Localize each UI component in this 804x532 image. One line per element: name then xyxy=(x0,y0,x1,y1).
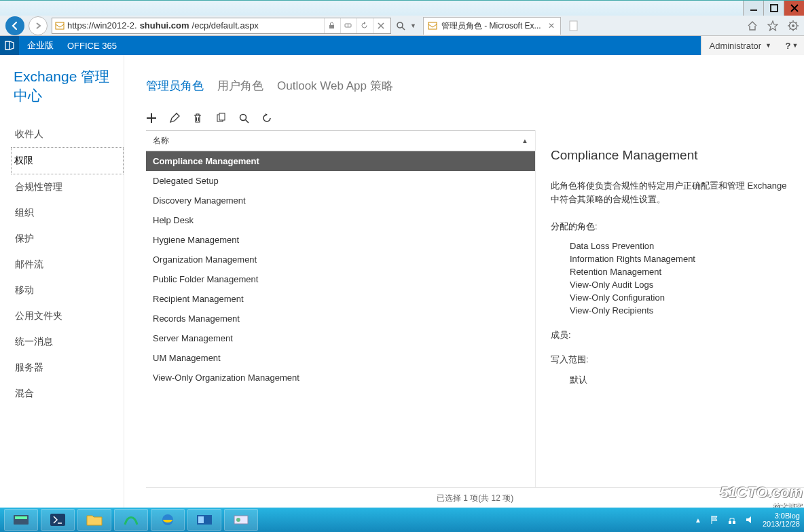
assigned-role-item: Data Loss Prevention xyxy=(551,240,792,252)
sidebar-item-9[interactable]: 服务器 xyxy=(14,355,124,381)
o365-app-launcher[interactable] xyxy=(0,36,19,55)
compat-view-icon[interactable] xyxy=(340,18,355,33)
grid-header[interactable]: 名称 ▲ xyxy=(146,131,535,151)
tools-icon[interactable] xyxy=(788,20,799,31)
svg-rect-18 xyxy=(198,516,204,523)
browser-address-bar[interactable]: https://win2012-2.shuhui.com/ecp/default… xyxy=(52,18,391,34)
o365-user-menu[interactable]: Administrator ▼ xyxy=(701,36,780,55)
sidebar-item-10[interactable]: 混合 xyxy=(14,381,124,406)
sidebar-item-2[interactable]: 合规性管理 xyxy=(14,174,124,200)
search-icon[interactable] xyxy=(238,113,249,124)
role-row[interactable]: Discovery Management xyxy=(146,191,535,210)
search-dropdown-icon[interactable]: ▼ xyxy=(410,22,416,29)
stop-icon[interactable] xyxy=(373,18,388,33)
scope-value: 默认 xyxy=(551,373,792,387)
browser-forward-button[interactable] xyxy=(29,16,48,35)
taskbar-app-4[interactable] xyxy=(114,509,148,531)
taskbar-server-manager[interactable] xyxy=(4,509,38,531)
refresh-icon[interactable] xyxy=(357,18,371,33)
eac-main: 管理员角色用户角色Outlook Web App 策略 名称 ▲ Complia… xyxy=(124,55,804,508)
windows-taskbar: ▲ 3:0Blog 2013/12/28 xyxy=(0,508,804,532)
svg-rect-21 xyxy=(729,521,731,524)
tab-0[interactable]: 管理员角色 xyxy=(146,78,204,94)
tray-network-icon[interactable] xyxy=(727,515,737,525)
svg-rect-14 xyxy=(15,516,27,519)
role-row[interactable]: Public Folder Management xyxy=(146,269,535,289)
sidebar-item-4[interactable]: 保护 xyxy=(14,226,124,252)
window-close-button[interactable] xyxy=(784,1,804,16)
role-row[interactable]: Compliance Management xyxy=(146,151,535,171)
o365-top-bar: 企业版 OFFICE 365 Administrator ▼ ? ▼ xyxy=(0,36,804,55)
assigned-role-item: Information Rights Management xyxy=(551,252,792,265)
ssl-lock-icon[interactable] xyxy=(324,18,339,33)
add-icon[interactable] xyxy=(146,113,157,124)
url-domain: shuhui.com xyxy=(140,20,189,31)
edit-icon[interactable] xyxy=(169,113,180,124)
role-row[interactable]: Delegated Setup xyxy=(146,171,535,191)
o365-help-button[interactable]: ? ▼ xyxy=(780,36,804,55)
o365-edition-label[interactable]: 企业版 xyxy=(19,39,62,52)
taskbar-ie[interactable] xyxy=(151,509,185,531)
svg-point-12 xyxy=(240,115,246,121)
eac-tabstrip: 管理员角色用户角色Outlook Web App 策略 xyxy=(146,78,804,94)
sidebar-item-7[interactable]: 公用文件夹 xyxy=(14,303,124,329)
svg-rect-7 xyxy=(570,21,577,31)
svg-rect-11 xyxy=(219,113,225,120)
url-scheme: https://win2012-2. xyxy=(67,20,137,31)
favorites-icon[interactable] xyxy=(767,20,778,31)
svg-point-5 xyxy=(397,22,403,28)
sidebar-item-6[interactable]: 移动 xyxy=(14,278,124,303)
tray-show-hidden-icon[interactable]: ▲ xyxy=(695,516,701,524)
o365-product-label[interactable]: OFFICE 365 xyxy=(62,41,122,51)
role-row[interactable]: UM Management xyxy=(146,348,535,368)
tray-flag-icon[interactable] xyxy=(710,515,719,525)
eac-status-bar: 已选择 1 项(共 12 项) xyxy=(146,487,804,508)
tray-volume-icon[interactable] xyxy=(745,515,754,525)
role-row[interactable]: Recipient Management xyxy=(146,289,535,309)
roles-grid: 名称 ▲ Compliance ManagementDelegated Setu… xyxy=(146,130,535,487)
role-row[interactable]: Organization Management xyxy=(146,250,535,269)
role-row[interactable]: View-Only Organization Management xyxy=(146,368,535,387)
role-row[interactable]: Hygiene Management xyxy=(146,230,535,250)
taskbar-app-6[interactable] xyxy=(187,509,221,531)
svg-rect-6 xyxy=(428,22,437,29)
detail-title: Compliance Management xyxy=(551,148,792,163)
search-icon[interactable] xyxy=(395,20,406,31)
tray-clock[interactable]: 3:0Blog 2013/12/28 xyxy=(763,512,800,528)
delete-icon[interactable] xyxy=(192,113,203,124)
detail-pane: Compliance Management 此角色将使负责合规性的特定用户正确配… xyxy=(535,130,804,487)
svg-rect-22 xyxy=(733,521,735,524)
taskbar-powershell[interactable] xyxy=(41,509,75,531)
tab-close-icon[interactable]: ✕ xyxy=(548,21,555,31)
copy-icon[interactable] xyxy=(215,113,226,124)
eac-toolbar xyxy=(146,113,804,124)
browser-back-button[interactable] xyxy=(5,16,24,35)
tab-favicon xyxy=(428,21,437,31)
assigned-roles-label: 分配的角色: xyxy=(551,221,792,233)
sidebar-item-1[interactable]: 权限 xyxy=(11,147,124,174)
svg-rect-0 xyxy=(750,10,757,11)
window-minimize-button[interactable] xyxy=(743,1,763,16)
role-row[interactable]: Help Desk xyxy=(146,210,535,230)
role-row[interactable]: Server Management xyxy=(146,328,535,348)
home-icon[interactable] xyxy=(747,20,758,31)
detail-description: 此角色将使负责合规性的特定用户正确配置和管理 Exchange 中符合其策略的合… xyxy=(551,179,792,206)
taskbar-app-7[interactable] xyxy=(224,509,258,531)
taskbar-explorer[interactable] xyxy=(77,509,111,531)
taskbar-tray: ▲ 3:0Blog 2013/12/28 xyxy=(695,512,800,528)
tab-2[interactable]: Outlook Web App 策略 xyxy=(277,78,393,94)
assigned-role-item: View-Only Recipients xyxy=(551,304,792,317)
sidebar-item-3[interactable]: 组织 xyxy=(14,200,124,226)
browser-tab[interactable]: 管理员角色 - Microsoft Ex... ✕ xyxy=(423,17,561,35)
svg-rect-1 xyxy=(771,5,778,12)
new-tab-button[interactable] xyxy=(567,18,579,33)
sidebar-item-5[interactable]: 邮件流 xyxy=(14,252,124,278)
role-row[interactable]: Records Management xyxy=(146,309,535,328)
refresh-icon[interactable] xyxy=(261,113,272,124)
sidebar-item-0[interactable]: 收件人 xyxy=(14,121,124,147)
tab-1[interactable]: 用户角色 xyxy=(217,78,263,94)
eac-root: Exchange 管理中心 收件人权限合规性管理组织保护邮件流移动公用文件夹统一… xyxy=(0,55,804,508)
eac-sidebar: Exchange 管理中心 收件人权限合规性管理组织保护邮件流移动公用文件夹统一… xyxy=(0,55,124,508)
sidebar-item-8[interactable]: 统一消息 xyxy=(14,329,124,355)
window-maximize-button[interactable] xyxy=(763,1,784,16)
